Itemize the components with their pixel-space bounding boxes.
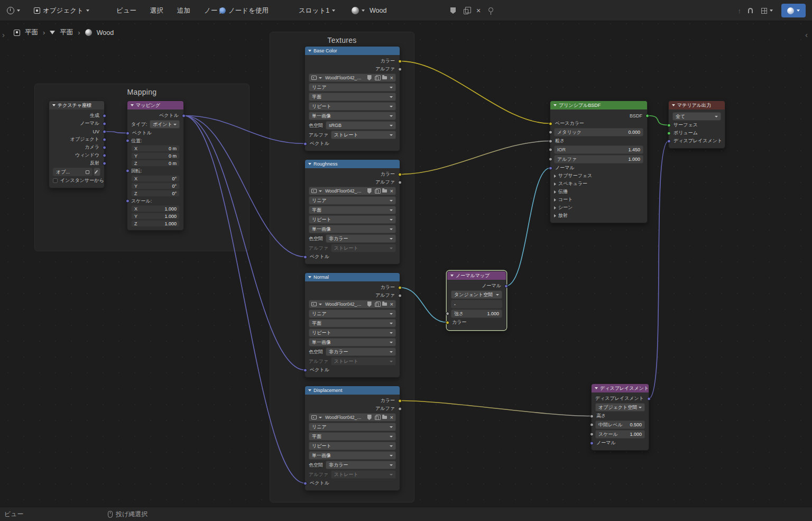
uvmap-field[interactable]: •	[451, 300, 502, 308]
sidebar-toggle-icon[interactable]: ‹	[805, 30, 808, 39]
color-socket[interactable]	[398, 59, 402, 63]
collapse-icon[interactable]	[595, 387, 598, 389]
node-editor-canvas[interactable]: MappingTexturesテクスチャ座標生成ノーマルUVオブジェクトカメラウ…	[0, 0, 812, 521]
image-selector[interactable]: WoodFloor042_4...×	[309, 413, 396, 422]
duplicate-icon[interactable]	[375, 303, 379, 307]
node-header[interactable]: マテリアル出力	[669, 101, 725, 109]
vector-socket[interactable]	[103, 130, 106, 133]
value-socket[interactable]	[549, 158, 552, 161]
image-selector[interactable]: WoodFloor042_4...×	[309, 74, 396, 82]
node-tex-base[interactable]: Base ColorカラーアルファWoodFloor042_4...×リニア平面…	[304, 46, 400, 151]
dropdown[interactable]: sRGB	[326, 121, 396, 130]
node-header[interactable]: プリンシプルBSDF	[550, 101, 647, 109]
vector-socket[interactable]	[504, 284, 508, 288]
dropdown[interactable]: 平面	[309, 206, 396, 214]
dropdown[interactable]: リニア	[309, 196, 396, 205]
shader-socket[interactable]	[667, 131, 671, 135]
dropdown[interactable]: 平面	[309, 93, 396, 101]
dropdown[interactable]: リピート	[309, 328, 396, 337]
node-tex-normal[interactable]: NormalカラーアルファWoodFloor042_4...×リニア平面リピート…	[304, 272, 400, 378]
collapse-icon[interactable]	[450, 275, 454, 277]
dropdown[interactable]: 単一画像	[309, 451, 396, 460]
value-socket[interactable]	[398, 67, 402, 71]
collapse-icon[interactable]	[308, 276, 311, 278]
open-image-icon[interactable]	[382, 303, 387, 306]
node-disp[interactable]: ディスプレイスメントディスプレイスメントオブジェクト空間高さ中間レベル0.500…	[591, 383, 649, 451]
node-nmap[interactable]: ノーマルマップノーマルタンジェント空間•強さ1.000カラー	[447, 271, 506, 330]
collapse-icon[interactable]	[131, 104, 134, 106]
collapse-icon[interactable]	[308, 389, 311, 391]
duplicate-icon[interactable]	[375, 76, 379, 80]
collapse-icon[interactable]	[672, 104, 675, 106]
collapse-icon[interactable]	[52, 104, 56, 106]
collapse-icon[interactable]	[553, 104, 557, 106]
duplicate-icon[interactable]	[375, 189, 379, 194]
node-mapping[interactable]: マッピングベクトルタイプ:ポイントベクトル位置:X0 mY0 mZ0 m回転:X…	[127, 100, 184, 231]
number-field[interactable]: IOR1.450	[554, 145, 643, 154]
color-socket[interactable]	[446, 321, 449, 324]
open-image-icon[interactable]	[382, 189, 387, 193]
color-socket[interactable]	[549, 122, 552, 125]
expand-icon[interactable]	[554, 190, 556, 194]
dropdown[interactable]: リニア	[309, 423, 396, 431]
value-socket[interactable]	[398, 407, 402, 410]
image-selector[interactable]: WoodFloor042_4...×	[309, 187, 396, 195]
vector-socket[interactable]	[303, 368, 307, 372]
vector-socket[interactable]	[303, 255, 307, 259]
dropdown[interactable]: ストレート	[331, 470, 396, 479]
node-header[interactable]: マッピング	[127, 101, 183, 109]
node-header[interactable]: Displacement	[305, 386, 400, 395]
parent-up-icon[interactable]: ↑	[738, 7, 742, 15]
number-field[interactable]: 中間レベル0.500	[595, 421, 645, 429]
node-tex-disp[interactable]: DisplacementカラーアルファWoodFloor042_4...×リニア…	[304, 386, 400, 491]
expand-icon[interactable]	[554, 175, 556, 178]
mode-select-button[interactable]: オブジェクト	[32, 5, 91, 16]
dropdown[interactable]: 単一画像	[309, 112, 396, 120]
dropdown[interactable]: 全て	[672, 112, 721, 121]
dropdown[interactable]: 平面	[309, 432, 396, 441]
breadcrumb-expand-icon[interactable]: ›	[2, 30, 5, 39]
fake-user-icon[interactable]	[367, 188, 372, 194]
vector-socket[interactable]	[103, 161, 106, 165]
eyedropper-icon[interactable]	[94, 168, 100, 176]
vector-component-field[interactable]: Y0 m	[131, 152, 180, 159]
menu-add[interactable]: 追加	[174, 5, 193, 16]
shader-socket[interactable]	[667, 123, 671, 127]
vector-socket[interactable]	[303, 481, 307, 485]
fake-user-icon[interactable]	[367, 301, 372, 307]
collapse-icon[interactable]	[308, 163, 311, 165]
dropdown[interactable]: オブジェクト空間	[595, 403, 645, 412]
collapse-icon[interactable]	[308, 50, 311, 52]
breadcrumb-object[interactable]: 平面	[25, 28, 38, 37]
snap-icon[interactable]	[748, 8, 753, 13]
dropdown[interactable]: リピート	[309, 215, 396, 224]
expand-icon[interactable]	[554, 214, 556, 217]
node-header[interactable]: ディスプレイスメント	[592, 384, 649, 392]
node-tex-coord[interactable]: テクスチャ座標生成ノーマルUVオブジェクトカメラウィンドウ反射オブ...インスタ…	[49, 100, 105, 188]
vector-socket[interactable]	[667, 139, 671, 143]
menu-view[interactable]: ビュー	[113, 5, 140, 16]
fake-user-icon[interactable]	[450, 7, 456, 14]
dropdown[interactable]: 単一画像	[309, 338, 396, 346]
dropdown[interactable]: タンジェント空間	[451, 290, 502, 299]
dropdown[interactable]: リピート	[309, 102, 396, 111]
expand-icon[interactable]	[554, 206, 556, 209]
node-header[interactable]: Normal	[305, 273, 400, 281]
duplicate-icon[interactable]	[375, 416, 379, 420]
vector-socket[interactable]	[103, 145, 106, 149]
new-material-icon[interactable]	[464, 9, 468, 14]
node-output[interactable]: マテリアル出力全てサーフェスボリュームディスプレイスメント	[668, 100, 725, 149]
vector-socket[interactable]	[126, 199, 130, 203]
vector-socket[interactable]	[103, 114, 106, 117]
node-header[interactable]: ノーマルマップ	[447, 271, 506, 280]
number-field[interactable]: アルファ1.000	[554, 155, 643, 163]
shader-socket[interactable]	[645, 114, 649, 117]
dropdown[interactable]: 非カラー	[326, 348, 396, 356]
vector-component-field[interactable]: X1.000	[131, 205, 180, 212]
open-image-icon[interactable]	[382, 416, 387, 419]
vector-component-field[interactable]: Y0°	[131, 182, 180, 189]
vector-component-field[interactable]: Y1.000	[131, 213, 180, 220]
checkbox[interactable]	[53, 178, 58, 183]
value-socket[interactable]	[590, 433, 594, 436]
value-socket[interactable]	[590, 414, 594, 418]
